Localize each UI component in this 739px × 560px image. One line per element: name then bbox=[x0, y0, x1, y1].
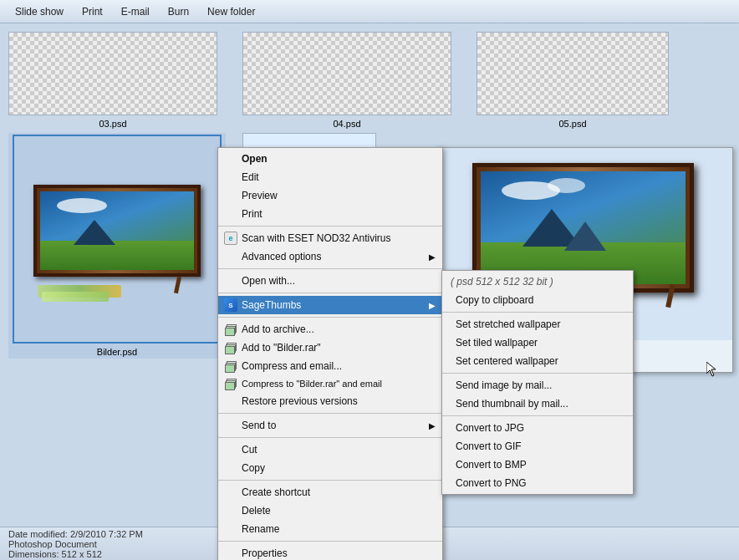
submenu-stretched[interactable]: Set stretched wallpaper bbox=[442, 315, 633, 333]
menu-item-open[interactable]: Open bbox=[218, 150, 442, 168]
menu-separator-8 bbox=[218, 541, 442, 542]
thumb-item-bilder[interactable]: Bilder.psd bbox=[8, 133, 226, 359]
menu-item-sendto[interactable]: Send to▶ bbox=[218, 416, 442, 435]
toolbar: Slide show Print E-mail Burn New folder bbox=[0, 0, 739, 23]
sagethumbs-icon: S bbox=[223, 298, 238, 313]
submenu-info: ( psd 512 x 512 32 bit ) bbox=[442, 272, 633, 291]
menu-item-advanced[interactable]: Advanced options▶ bbox=[218, 247, 442, 266]
menu-item-rename[interactable]: Rename bbox=[218, 520, 442, 538]
menu-separator-2 bbox=[218, 268, 442, 269]
menu-separator-3 bbox=[218, 293, 442, 293]
menu-item-sagethumbs[interactable]: S SageThumbs▶ bbox=[218, 296, 442, 314]
winrar-icon-3 bbox=[223, 359, 238, 374]
submenu-togif[interactable]: Convert to GIF bbox=[442, 437, 633, 456]
slideshow-button[interactable]: Slide show bbox=[7, 2, 72, 22]
thumb-box-bilder[interactable] bbox=[13, 135, 222, 344]
menu-item-preview[interactable]: Preview bbox=[218, 186, 442, 205]
menu-separator-4 bbox=[218, 317, 442, 318]
submenu-centered[interactable]: Set centered wallpaper bbox=[442, 352, 633, 370]
arrow-icon: ▶ bbox=[429, 252, 436, 262]
menu-item-delete[interactable]: Delete bbox=[218, 501, 442, 520]
menu-item-compressraremail[interactable]: Compress to "Bilder.rar" and email bbox=[218, 375, 442, 392]
menu-item-print[interactable]: Print bbox=[218, 205, 442, 223]
sagethumbs-submenu: ( psd 512 x 512 32 bit ) Copy to clipboa… bbox=[441, 270, 634, 495]
menu-item-scan[interactable]: e Scan with ESET NOD32 Antivirus bbox=[218, 229, 442, 247]
context-menu: Open Edit Preview Print e Scan with ESET… bbox=[217, 147, 443, 560]
thumb-box-03[interactable] bbox=[8, 32, 217, 115]
submenu-tobmp[interactable]: Convert to BMP bbox=[442, 456, 633, 474]
menu-item-copy[interactable]: Copy bbox=[218, 459, 442, 477]
menu-item-addrar[interactable]: Add to "Bilder.rar" bbox=[218, 339, 442, 357]
submenu-tiled[interactable]: Set tiled wallpaper bbox=[442, 333, 633, 352]
submenu-sep-3 bbox=[442, 415, 633, 416]
thumb-label-bilder: Bilder.psd bbox=[97, 347, 137, 357]
menu-separator-7 bbox=[218, 480, 442, 481]
menu-separator-1 bbox=[218, 226, 442, 227]
menu-item-edit[interactable]: Edit bbox=[218, 168, 442, 186]
winrar-icon-4 bbox=[223, 376, 238, 391]
print-button[interactable]: Print bbox=[74, 2, 111, 22]
submenu-sep-2 bbox=[442, 373, 633, 374]
thumb-box-04[interactable] bbox=[242, 32, 451, 115]
email-button[interactable]: E-mail bbox=[113, 2, 158, 22]
burn-button[interactable]: Burn bbox=[160, 2, 197, 22]
menu-item-createshortcut[interactable]: Create shortcut bbox=[218, 483, 442, 501]
menu-separator-5 bbox=[218, 413, 442, 414]
menu-item-openwith[interactable]: Open with... bbox=[218, 272, 442, 290]
submenu-topng[interactable]: Convert to PNG bbox=[442, 474, 633, 492]
content-area: 03.psd 04.psd 05.psd bbox=[0, 23, 739, 560]
winrar-icon-2 bbox=[223, 340, 238, 355]
submenu-copyclipboard[interactable]: Copy to clipboard bbox=[442, 291, 633, 309]
thumbnail-row-top: 03.psd 04.psd 05.psd bbox=[0, 23, 739, 129]
eset-icon: e bbox=[223, 231, 238, 246]
menu-separator-6 bbox=[218, 437, 442, 438]
menu-item-properties[interactable]: Properties bbox=[218, 544, 442, 560]
thumb-item-05[interactable]: 05.psd bbox=[477, 32, 669, 129]
thumb-item-04[interactable]: 04.psd bbox=[242, 32, 451, 129]
submenu-sendthumb[interactable]: Send thumbnail by mail... bbox=[442, 395, 633, 413]
submenu-tojpg[interactable]: Convert to JPG bbox=[442, 419, 633, 437]
menu-item-cut[interactable]: Cut bbox=[218, 440, 442, 459]
thumb-item-03[interactable]: 03.psd bbox=[8, 32, 217, 129]
thumb-label-04: 04.psd bbox=[333, 119, 360, 129]
thumb-box-05[interactable] bbox=[477, 32, 669, 115]
winrar-icon-1 bbox=[223, 322, 238, 337]
menu-item-compressemail[interactable]: Compress and email... bbox=[218, 357, 442, 375]
thumb-label-05: 05.psd bbox=[558, 119, 586, 129]
menu-item-addarchive[interactable]: Add to archive... bbox=[218, 320, 442, 339]
arrow-sendto-icon: ▶ bbox=[429, 421, 436, 430]
submenu-sendimage[interactable]: Send image by mail... bbox=[442, 376, 633, 395]
thumb-label-03: 03.psd bbox=[99, 119, 126, 129]
menu-item-restore[interactable]: Restore previous versions bbox=[218, 392, 442, 410]
arrow-sagethumbs-icon: ▶ bbox=[429, 301, 436, 310]
newfolder-button[interactable]: New folder bbox=[199, 2, 263, 22]
submenu-sep-1 bbox=[442, 312, 633, 313]
